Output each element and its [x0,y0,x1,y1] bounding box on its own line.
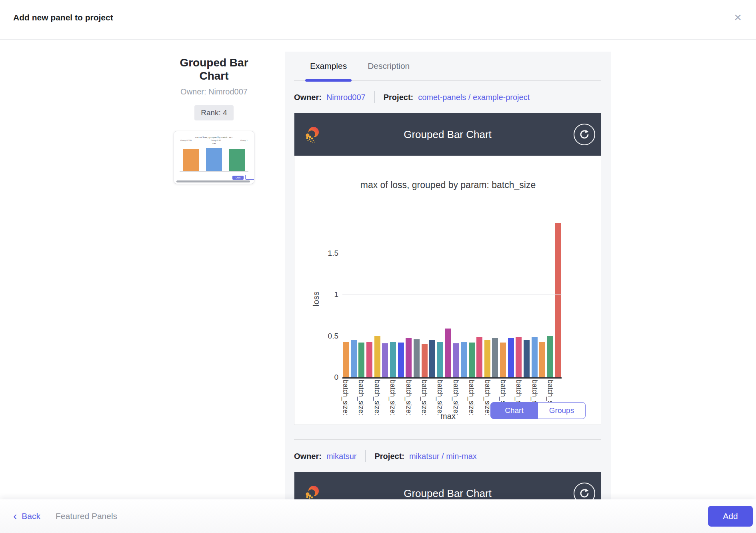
chart-body: max of loss, grouped by param: batch_siz… [294,156,601,425]
refresh-icon [579,129,590,140]
modal-title: Add new panel to project [13,13,113,22]
x-tick-label: batch_size: [388,380,397,415]
gridline [342,253,562,253]
example-meta-row: Owner: mikatsur Project: mikatsur / min-… [294,450,601,462]
bar [532,337,538,377]
panel-card-header: Grouped Bar Chart [294,472,601,499]
panel-thumbnail: max of loss, grouped by metric: acc Grou… [174,131,254,184]
tab-examples[interactable]: Examples [310,61,347,80]
y-tick-label: 1.5 [328,249,338,258]
plot-area: 00.511.5 [342,220,562,379]
x-tick-label: batch_size: [341,380,350,415]
x-tick-label: batch_size: [420,380,428,415]
thumbnail-chart-button: Chart [232,176,244,180]
back-button[interactable]: ‹ Back [13,511,40,522]
featured-panels-label: Featured Panels [56,511,117,521]
bar [366,342,372,377]
y-axis-title: loss [311,291,321,306]
section-divider [294,439,601,440]
owner-link[interactable]: mikatsur [326,452,357,461]
x-tick-label: batch_size: [467,380,476,415]
bar [406,338,412,377]
gridline [342,336,562,336]
bar [461,342,467,377]
panel-card-title: Grouped Bar Chart [404,487,492,500]
thumbnail-scrollbar [176,180,250,182]
add-button[interactable]: Add [708,506,753,527]
owner-label: Owner: [294,93,322,102]
owner-link[interactable]: Nimrod007 [326,93,366,102]
thumbnail-groups-button [245,175,254,180]
x-tick-label: batch_size: [452,380,460,415]
y-tick-label: 1 [334,290,338,299]
thumbnail-bar [229,149,245,171]
refresh-icon [579,488,590,499]
tab-description[interactable]: Description [368,61,410,80]
refresh-button[interactable] [574,124,595,145]
bar [382,343,388,377]
bar [358,343,364,377]
thumbnail-x-labels: Group 0.799Group 0.80Group 1 [174,138,254,142]
bar [492,338,498,377]
panel-card-title: Grouped Bar Chart [404,128,492,141]
gridline [342,294,562,295]
tab-bar: Examples Description [294,52,601,81]
panel-title: Grouped Bar Chart [168,56,260,82]
bar [476,337,482,377]
modal-header: Add new panel to project × [0,0,756,40]
project-link[interactable]: mikatsur / min-max [409,452,477,461]
toggle-groups-button[interactable]: Groups [538,402,586,419]
bar [469,343,475,377]
panel-example-card: Grouped Bar Chart max of loss, grouped b… [294,113,601,425]
rank-badge: Rank: 4 [194,105,233,120]
project-label: Project: [374,452,404,461]
close-icon[interactable]: × [732,10,744,24]
bar [390,342,396,377]
bar [555,223,561,377]
comet-logo-icon [304,125,322,144]
bar [374,336,380,377]
comet-logo-icon [304,484,322,499]
panel-example-card: Grouped Bar Chart [294,472,601,499]
x-tick-label: batch_size: [373,380,381,415]
chart-title: max of loss, grouped by param: batch_siz… [294,180,601,190]
thumbnail-bar [206,148,222,171]
x-tick-label: batch_size: [357,380,365,415]
chart-groups-toggle: Chart Groups [490,402,586,419]
x-tick-label: batch_size: [404,380,413,415]
bar [508,338,514,377]
bar [437,342,443,377]
bar [414,339,420,377]
panel-summary: Grouped Bar Chart Owner: Nimrod007 Rank:… [152,56,276,184]
add-panel-modal: Add new panel to project × Grouped Bar C… [0,0,756,533]
thumbnail-x-label: Group 0.799 [180,139,192,142]
owner-label: Owner: [294,452,322,461]
x-tick-label: batch_size: [436,380,444,415]
meta-divider [365,450,366,462]
y-tick-label: 0.5 [328,332,338,341]
thumbnail-plot [180,143,248,172]
bar [453,343,459,377]
back-chevron-icon: ‹ [13,511,17,522]
bar [429,340,435,377]
bar [516,337,522,377]
examples-panel: Examples Description Owner: Nimrod007 Pr… [285,52,611,499]
thumbnail-bar [183,149,199,171]
bar [539,342,545,377]
project-label: Project: [384,93,413,102]
bar [422,344,428,377]
bar [351,340,357,377]
panel-owner: Owner: Nimrod007 [152,87,276,96]
y-tick-label: 0 [334,373,338,382]
back-label: Back [22,511,40,521]
toggle-chart-button[interactable]: Chart [490,402,538,419]
project-link[interactable]: comet-panels / example-project [418,93,530,102]
bar [398,343,404,377]
thumbnail-x-label: Group 1 [240,139,248,142]
modal-footer: ‹ Back Featured Panels Add [0,499,756,533]
panel-card-header: Grouped Bar Chart [294,113,601,156]
bar [547,336,553,377]
refresh-button[interactable] [574,483,595,499]
example-meta-row: Owner: Nimrod007 Project: comet-panels /… [294,91,601,103]
meta-divider [374,91,375,103]
